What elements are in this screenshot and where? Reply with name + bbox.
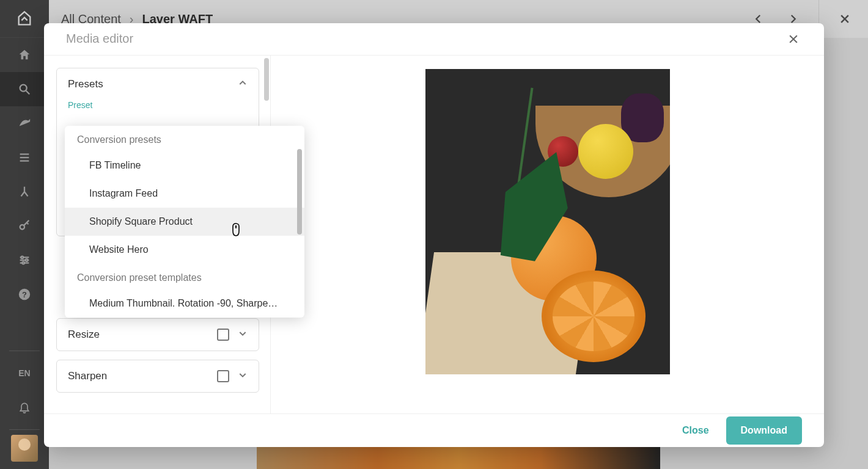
preset-dropdown: Conversion presets FB Timeline Instagram… [65, 126, 304, 318]
sharpen-panel-header[interactable]: Sharpen [57, 360, 259, 392]
branch-icon [18, 185, 31, 198]
preview-image [425, 69, 670, 374]
home-icon [18, 48, 31, 62]
language-label: EN [18, 368, 30, 378]
resize-panel-header[interactable]: Resize [57, 319, 259, 351]
chevron-down-icon [238, 329, 248, 341]
share-icon [18, 117, 31, 130]
list-icon [18, 151, 31, 164]
nav-branches[interactable] [0, 175, 49, 209]
nav-settings[interactable] [0, 243, 49, 277]
key-icon [18, 219, 31, 233]
resize-panel: Resize [56, 318, 259, 351]
dropdown-scrollbar[interactable] [297, 149, 302, 234]
nav-key[interactable] [0, 209, 49, 243]
svg-point-0 [20, 85, 27, 92]
download-button[interactable]: Download [726, 416, 802, 445]
search-icon [18, 82, 31, 96]
nav-share[interactable] [0, 106, 49, 140]
preview-area [271, 56, 824, 413]
preset-option-website-hero[interactable]: Website Hero [65, 236, 304, 264]
nav-list[interactable] [0, 140, 49, 175]
nav-language[interactable]: EN [0, 356, 49, 390]
modal-title: Media editor [66, 32, 133, 46]
preset-option-instagram-feed[interactable]: Instagram Feed [65, 180, 304, 208]
nav-search[interactable] [0, 72, 49, 106]
bell-icon [18, 401, 31, 413]
app-logo[interactable] [0, 0, 49, 38]
sidebar-scrollbar[interactable] [264, 58, 269, 101]
svg-text:?: ? [22, 290, 27, 299]
sharpen-panel-title: Sharpen [68, 370, 107, 382]
nav-help[interactable]: ? [0, 277, 49, 311]
close-button[interactable]: Close [682, 425, 709, 436]
presets-panel-title: Presets [68, 78, 103, 90]
svg-point-10 [26, 259, 28, 261]
close-icon [787, 33, 800, 45]
resize-panel-title: Resize [68, 329, 100, 341]
preset-field-label: Preset [68, 100, 248, 110]
sharpen-checkbox[interactable] [217, 370, 229, 382]
help-icon: ? [18, 288, 31, 301]
user-avatar[interactable] [11, 435, 38, 462]
nav-notifications[interactable] [0, 390, 49, 424]
nav-home[interactable] [0, 38, 49, 72]
modal-close-button[interactable] [785, 31, 802, 48]
dropdown-group-conversion-presets: Conversion presets [65, 126, 304, 151]
presets-panel-header[interactable]: Presets [57, 68, 259, 100]
preset-option-medium-thumbnail[interactable]: Medium Thumbnail. Rotation -90, Sharpe… [65, 289, 304, 318]
svg-point-5 [20, 225, 24, 229]
svg-line-1 [26, 91, 30, 95]
preset-option-shopify-square-product[interactable]: Shopify Square Product [65, 208, 304, 236]
sharpen-panel: Sharpen [56, 360, 259, 393]
chevron-down-icon [238, 370, 248, 382]
preset-option-fb-timeline[interactable]: FB Timeline [65, 151, 304, 180]
sliders-icon [18, 253, 31, 267]
resize-checkbox[interactable] [217, 329, 229, 341]
svg-point-9 [21, 256, 24, 259]
svg-point-11 [22, 262, 24, 264]
left-nav-rail: ? EN [0, 0, 49, 469]
chevron-up-icon [238, 78, 248, 90]
dropdown-group-conversion-preset-templates: Conversion preset templates [65, 264, 304, 289]
